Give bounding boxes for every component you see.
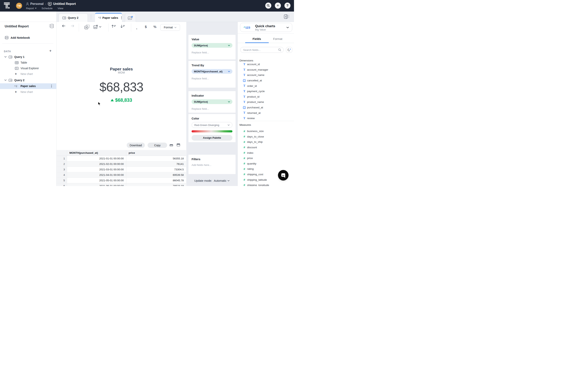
dimension-field-item[interactable]: T cancelled_at xyxy=(238,78,294,83)
column-header-month[interactable]: MONTH(purchased_at) xyxy=(67,150,126,156)
add-button[interactable]: + xyxy=(275,2,281,9)
chart-subtitle: MOM xyxy=(56,71,186,74)
app-logo-icon[interactable] xyxy=(4,2,10,9)
add-query-button[interactable]: + xyxy=(49,49,52,53)
redo-button[interactable] xyxy=(71,24,74,27)
add-column-button[interactable] xyxy=(84,25,90,29)
help-button[interactable]: ? xyxy=(284,2,291,9)
measure-field-item[interactable]: # price xyxy=(238,156,294,161)
menu-schedule[interactable]: Schedule xyxy=(42,7,52,10)
table-row[interactable]: 1 2021-01-01 00:00:00 56355.18 xyxy=(56,156,186,161)
tab-add-chart[interactable] xyxy=(125,13,136,22)
navbar-actions: + ? xyxy=(265,2,291,9)
measure-field-item[interactable]: # discount xyxy=(238,145,294,150)
dimension-field-item[interactable]: T account_name xyxy=(238,72,294,78)
chevron-down-icon xyxy=(228,101,230,103)
sidebar-item-table[interactable]: Table xyxy=(0,60,56,65)
sidebar-item-visual-explorer[interactable]: Visual Explorer xyxy=(0,65,56,71)
table-row[interactable]: 5 2021-05-01 00:00:00 86045.78 xyxy=(56,178,186,183)
sidebar-item-paper-sales[interactable]: ^2 Paper sales xyxy=(0,83,56,89)
currency-format-button[interactable]: $ xyxy=(145,25,147,29)
menu-view[interactable]: View xyxy=(58,7,63,10)
collapse-sidebar-icon[interactable] xyxy=(49,24,54,28)
tab-query2[interactable]: Query 2 xyxy=(59,13,88,22)
left-sidebar: Untitled Report Add Notebook DATA + xyxy=(0,11,56,186)
collapse-table-icon[interactable] xyxy=(170,144,173,146)
replace-field-placeholder[interactable]: Replace field... xyxy=(192,107,232,110)
date-field-icon xyxy=(243,79,246,82)
quick-charts-selector[interactable]: ^123 Quick charts Big Value xyxy=(240,23,292,32)
chevron-down-icon[interactable] xyxy=(4,79,7,81)
trend-by-field-pill[interactable]: MONTH(purchased_at) xyxy=(192,69,232,74)
sidebar-item-new-chart-q1[interactable]: + New chart xyxy=(0,71,56,77)
sidebar-item-query2[interactable]: Query 2 xyxy=(0,77,56,83)
dimension-field-item[interactable]: T product_name xyxy=(238,99,294,105)
tab-paper-sales-active[interactable]: ^2 Paper sales xyxy=(95,13,122,22)
measure-field-item[interactable]: # index xyxy=(238,150,294,156)
measure-field-item[interactable]: # quantity xyxy=(238,161,294,166)
percent-format-button[interactable]: % xyxy=(153,25,156,29)
palette-select[interactable]: Red-Green Diverging xyxy=(192,122,232,128)
expand-table-icon[interactable] xyxy=(177,144,180,146)
palette-gradient-preview xyxy=(192,130,232,132)
table-row[interactable]: 6 2021-06-01 00:00:00 78523.19 xyxy=(56,183,186,186)
menu-report[interactable]: Report xyxy=(26,7,37,10)
chevron-down-icon[interactable] xyxy=(4,56,7,58)
big-value-chart-type-icon: ^123 xyxy=(243,26,250,29)
value-field-pill[interactable]: SUM(price) xyxy=(192,43,232,48)
dimension-field-item[interactable]: T account_manager xyxy=(238,67,294,73)
add-notebook-button[interactable]: Add Notebook xyxy=(5,36,30,39)
number-field-icon: # xyxy=(243,157,245,160)
search-fields-input[interactable] xyxy=(240,47,284,53)
replace-field-placeholder[interactable]: Replace field... xyxy=(192,51,232,54)
tab-options-icon[interactable] xyxy=(121,16,122,19)
tab-fields[interactable]: Fields xyxy=(252,37,261,41)
replace-field-placeholder[interactable]: Replace field... xyxy=(192,77,232,80)
add-fields-placeholder[interactable]: Add fields here... xyxy=(192,163,232,166)
column-header-price[interactable]: price xyxy=(126,150,186,156)
table-row[interactable]: 2 2021-02-01 00:00:00 76141 xyxy=(56,161,186,167)
more-options-icon[interactable] xyxy=(51,85,52,87)
dimension-field-item[interactable]: T payment_cycle xyxy=(238,89,294,94)
number-field-icon: # xyxy=(243,135,245,138)
avatar[interactable]: TM xyxy=(16,3,22,9)
remove-column-button[interactable] xyxy=(94,25,101,29)
caret-down-icon xyxy=(35,8,37,9)
number-field-icon: # xyxy=(243,146,245,149)
update-mode-label: Update mode: xyxy=(194,179,212,182)
sidebar-item-new-chart-q2[interactable]: + New chart xyxy=(0,89,56,95)
search-button[interactable] xyxy=(265,2,271,9)
measure-field-item[interactable]: # days_to_ship xyxy=(238,139,294,145)
dimension-field-item[interactable]: T review xyxy=(238,116,294,121)
table-row[interactable]: 3 2021-03-01 00:00:00 73304.5 xyxy=(56,167,186,172)
collapse-right-panel-icon[interactable] xyxy=(284,14,289,19)
dimension-field-item[interactable]: T account_id xyxy=(238,62,294,67)
add-formula-button[interactable]: fx+ xyxy=(286,47,292,53)
undo-button[interactable] xyxy=(62,24,65,27)
breadcrumb-workspace[interactable]: Personal xyxy=(30,2,44,6)
sort-ascending-button[interactable] xyxy=(111,24,116,28)
chat-widget-button[interactable] xyxy=(278,170,289,181)
dimension-field-item[interactable]: T order_id xyxy=(238,83,294,89)
update-mode-row: Update mode: Automatic xyxy=(186,179,238,182)
download-button[interactable]: Download xyxy=(127,143,145,148)
dimension-field-item[interactable]: T product_id xyxy=(238,94,294,100)
copy-button[interactable]: Copy xyxy=(147,143,167,148)
measure-field-item[interactable]: # shipping_longitude xyxy=(238,182,294,186)
assign-palette-button[interactable]: Assign Palette xyxy=(192,135,232,141)
result-table: MONTH(purchased_at) price 1 2021-01-01 0… xyxy=(56,150,186,186)
comma-format-button[interactable]: , xyxy=(136,26,137,30)
measure-field-item[interactable]: # business_size xyxy=(238,128,294,134)
tab-format[interactable]: Format xyxy=(273,37,283,41)
table-row[interactable]: 4 2021-04-01 00:00:00 69539.58 xyxy=(56,172,186,178)
measure-field-item[interactable]: # days_to_close xyxy=(238,134,294,139)
sidebar-report-title: Untitled Report xyxy=(5,24,29,28)
breadcrumb-report-title[interactable]: Untitled Report xyxy=(53,2,76,6)
sort-descending-button[interactable] xyxy=(120,24,125,28)
dimension-field-item[interactable]: T purchased_at xyxy=(238,105,294,110)
update-mode-select[interactable]: Automatic xyxy=(214,179,230,182)
indicator-field-pill[interactable]: SUM(price) xyxy=(192,99,232,104)
dimension-field-item[interactable]: T returned_at xyxy=(238,110,294,116)
sidebar-item-query1[interactable]: Query 1 xyxy=(0,54,56,60)
format-dropdown[interactable]: Format xyxy=(160,24,180,31)
